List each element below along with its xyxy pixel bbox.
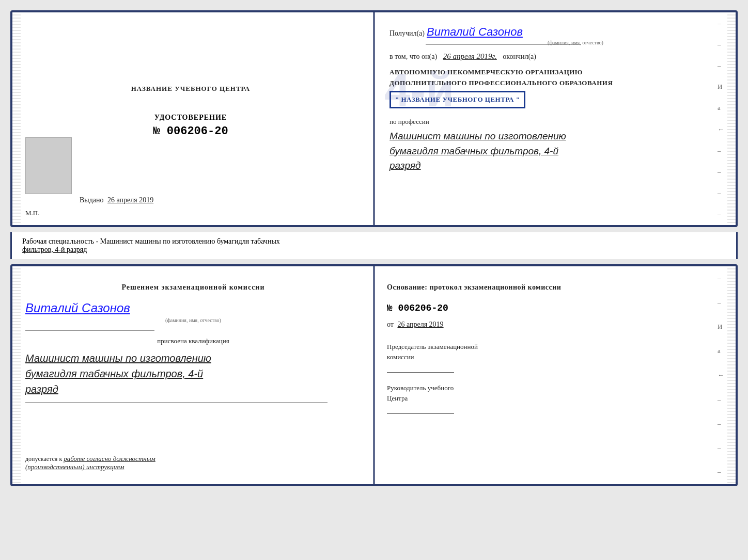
dashes-right-bottom: – – И а ← – – – – — [718, 266, 724, 484]
photo-placeholder — [25, 137, 72, 194]
vydano-line: Выдано 26 апреля 2019 — [80, 196, 153, 204]
diploma-bottom-left: Решением экзаменационной комиссии Витали… — [12, 266, 374, 484]
vtom-prefix: в том, что он(а) — [389, 53, 437, 60]
dopuskaetsya: допускается к работе согласно должностны… — [25, 455, 359, 471]
diploma-top: НАЗВАНИЕ УЧЕБНОГО ЦЕНТРА УДОСТОВЕРЕНИЕ №… — [10, 10, 738, 227]
predsedatel-label: Председатель экзаменационной — [387, 343, 478, 350]
num-line: № 006206-20 — [387, 303, 723, 313]
profession-line1: Машинист машины по изготовлению — [389, 131, 566, 141]
diploma-top-left: НАЗВАНИЕ УЧЕБНОГО ЦЕНТРА УДОСТОВЕРЕНИЕ №… — [12, 12, 369, 225]
vtom-date: 26 апреля 2019г. — [443, 52, 497, 60]
ot-prefix: от — [387, 321, 394, 328]
qual-line2: бумагидля табачных фильтров, 4-й — [25, 368, 203, 379]
diploma-bottom-right: Основание: протокол экзаменационной коми… — [374, 266, 736, 484]
profession-line2: бумагидля табачных фильтров, 4-й — [389, 146, 558, 156]
org-line1: АВТОНОМНУЮ НЕКОММЕРЧЕСКУЮ ОРГАНИЗАЦИЮ — [389, 67, 720, 78]
qualification-handwrite: Машинист машины по изготовлению бумагидл… — [25, 350, 361, 397]
profession-line3: разряд — [389, 160, 421, 171]
info-bar: Рабочая специальность - Машинист машины … — [10, 232, 738, 259]
qual-line1: Машинист машины по изготовлению — [25, 353, 211, 364]
poluchil-name: Виталий Сазонов — [427, 25, 523, 38]
okochil: окончил(а) — [503, 53, 536, 60]
org-line2: ДОПОЛНИТЕЛЬНОГО ПРОФЕССИОНАЛЬНОГО ОБРАЗО… — [389, 78, 720, 89]
predsedatel-label2: комиссии — [387, 353, 414, 361]
po-professii: по профессии — [389, 118, 720, 126]
udost-block: УДОСТОВЕРЕНИЕ № 006206-20 — [153, 114, 228, 138]
udost-number: № 006206-20 — [153, 125, 228, 138]
vydano-date: 26 апреля 2019 — [107, 196, 153, 204]
org-block: АВТОНОМНУЮ НЕКОММЕРЧЕСКУЮ ОРГАНИЗАЦИЮ ДО… — [389, 67, 720, 108]
rukovoditel-label: Руководитель учебного — [387, 384, 454, 392]
poluchil-block: Получил(а) Виталий Сазонов (фамилия, имя… — [389, 25, 720, 45]
vtom-line: в том, что он(а) 26 апреля 2019г. окончи… — [389, 52, 720, 61]
info-text: Рабочая специальность - Машинист машины … — [22, 237, 280, 245]
person-name-big: Виталий Сазонов — [25, 301, 361, 315]
dopusk-text: работе согласно должностным — [64, 455, 155, 462]
diploma-bottom: Решением экзаменационной комиссии Витали… — [10, 264, 738, 486]
rukovoditel-block: Руководитель учебного Центра — [387, 383, 723, 414]
ot-line: от 26 апреля 2019 — [387, 321, 723, 329]
mp-line: М.П. — [25, 209, 39, 217]
vydano-label: Выдано — [80, 196, 104, 204]
prisvoena-text: присвоена квалификация — [25, 337, 361, 345]
osnovanie: Основание: протокол экзаменационной коми… — [387, 282, 723, 293]
stamp-box: " НАЗВАНИЕ УЧЕБНОГО ЦЕНТРА " — [389, 91, 525, 109]
ot-date: 26 апреля 2019 — [397, 321, 443, 328]
predsedatel-block: Председатель экзаменационной комиссии — [387, 342, 723, 373]
profession-handwrite: Машинист машины по изготовлению бумагидл… — [389, 129, 720, 173]
poluchil-prefix: Получил(а) — [389, 29, 425, 37]
rukovoditel-label2: Центра — [387, 394, 408, 402]
name-subtitle: (фамилия, имя, отчество) — [25, 317, 361, 323]
dopusk-prefix: допускается к — [25, 455, 62, 462]
section-title: Решением экзаменационной комиссии — [25, 282, 361, 293]
top-left-title: НАЗВАНИЕ УЧЕБНОГО ЦЕНТРА — [131, 85, 251, 93]
dopusk-text2: (производственным) инструкциям — [25, 463, 124, 471]
udost-label: УДОСТОВЕРЕНИЕ — [153, 114, 228, 122]
qual-line3: разряд — [25, 383, 58, 395]
diploma-top-right: 4-й Получил(а) Виталий Сазонов (фамилия,… — [369, 12, 736, 225]
info-text2: фильтров, 4-й разряд — [22, 246, 87, 253]
